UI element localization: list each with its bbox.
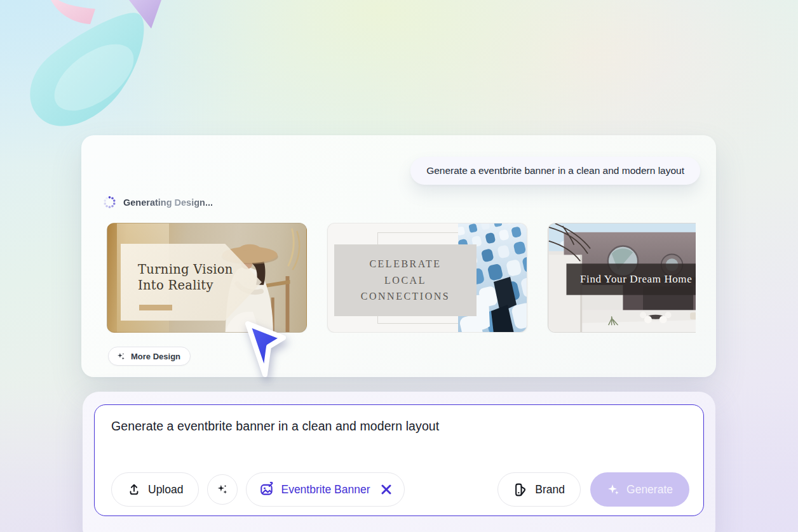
prompt-input-text[interactable]: Generate a eventbrite banner in a clean …: [111, 419, 689, 434]
generate-button[interactable]: Generate: [590, 472, 689, 507]
sparkles-icon: [216, 483, 229, 496]
prompt-composer-card: Generate a eventbrite banner in a clean …: [83, 392, 715, 532]
template-chip-label: Eventbrite Banner: [281, 483, 370, 496]
upload-button[interactable]: Upload: [111, 472, 199, 507]
image-edit-icon: [259, 482, 274, 497]
enhance-prompt-button[interactable]: [207, 474, 238, 505]
swatches-icon: [513, 482, 528, 497]
generate-label: Generate: [626, 483, 673, 496]
upload-label: Upload: [148, 483, 183, 496]
composer-toolbar: Upload: [111, 472, 689, 507]
brand-label: Brand: [535, 483, 565, 496]
gray-title-panel: CELEBRATE LOCAL CONNECTIONS: [334, 244, 477, 316]
pink-ribbon-shape: [51, 0, 95, 24]
brand-button[interactable]: Brand: [497, 472, 581, 507]
design-1-title: Turning Vision Into Reality: [138, 262, 233, 294]
more-design-button[interactable]: More Design: [108, 347, 191, 366]
close-icon[interactable]: [381, 484, 391, 495]
accent-bar-decor: [139, 305, 172, 310]
sparkles-icon: [116, 352, 126, 361]
prompt-input-box[interactable]: Generate a eventbrite banner in a clean …: [94, 404, 704, 516]
design-results-row: Turning Vision Into Reality: [107, 223, 696, 333]
design-3-title: Find Your Dream Home: [580, 273, 692, 286]
loading-spinner-icon: [103, 196, 116, 209]
app-canvas: Generate a eventbrite banner in a clean …: [0, 0, 798, 532]
design-2-title: CELEBRATE LOCAL CONNECTIONS: [361, 256, 450, 305]
user-prompt-text: Generate a eventbrite banner in a clean …: [426, 165, 684, 176]
design-thumbnail-3[interactable]: Find Your Dream Home: [548, 223, 696, 333]
generation-status: Generating Design...: [103, 196, 213, 209]
upload-icon: [127, 482, 141, 496]
user-prompt-bubble: Generate a eventbrite banner in a clean …: [410, 157, 700, 185]
generation-status-label: Generating Design...: [123, 197, 213, 208]
design-thumbnail-1[interactable]: Turning Vision Into Reality: [107, 223, 307, 333]
more-design-label: More Design: [131, 352, 180, 361]
design-thumbnail-2[interactable]: CELEBRATE LOCAL CONNECTIONS: [327, 223, 527, 333]
generation-results-card: Generate a eventbrite banner in a clean …: [81, 135, 716, 377]
composer-right-actions: Brand Generate: [497, 472, 689, 507]
template-chip-eventbrite-banner[interactable]: Eventbrite Banner: [246, 472, 404, 507]
sparkle-icon: [607, 483, 620, 496]
decorative-3d-shapes: [19, 0, 184, 146]
